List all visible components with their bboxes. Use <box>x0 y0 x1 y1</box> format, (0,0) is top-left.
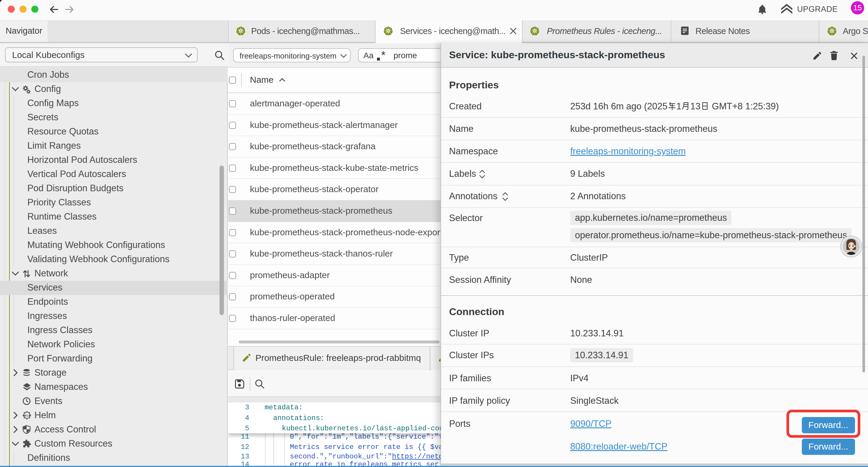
svg-text:HELM: HELM <box>23 414 31 417</box>
